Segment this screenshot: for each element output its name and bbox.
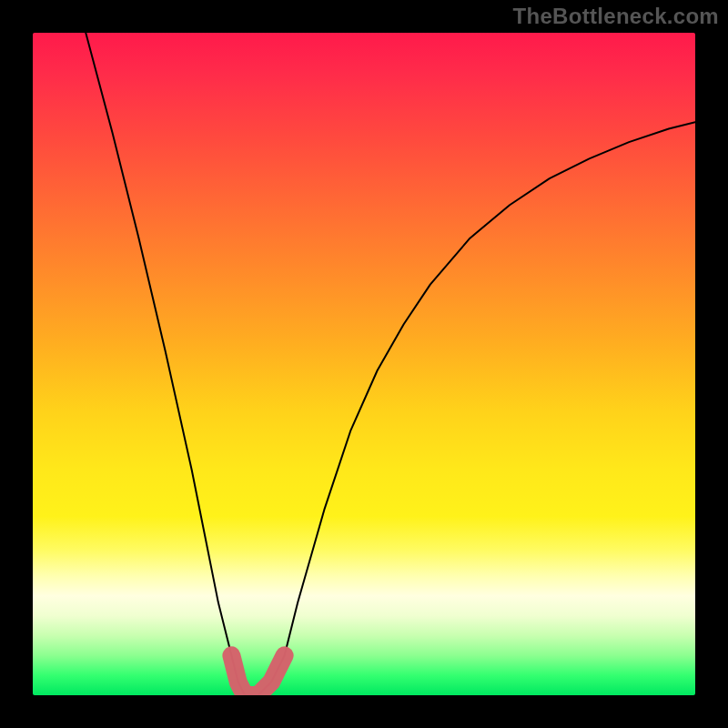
plot-area	[33, 33, 695, 695]
chart-stage: TheBottleneck.com	[0, 0, 728, 728]
curve-layer	[33, 33, 695, 695]
bottleneck-curve	[86, 33, 695, 695]
optimal-band-highlight	[231, 655, 284, 695]
watermark-text: TheBottleneck.com	[513, 4, 719, 29]
